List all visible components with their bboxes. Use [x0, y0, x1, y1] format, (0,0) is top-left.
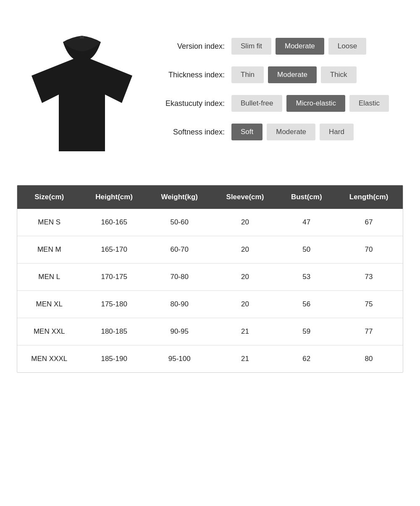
table-row-5: MEN XXXL185-19095-100216280: [17, 345, 403, 373]
table-header-0: Size(cm): [17, 185, 81, 209]
table-cell-0-1: 160-165: [81, 209, 147, 236]
index-options-0: Slim fitModerateLoose: [231, 38, 366, 55]
table-cell-4-4: 59: [278, 318, 335, 345]
table-cell-3-5: 75: [335, 291, 403, 318]
svg-rect-0: [80, 36, 84, 39]
option-badge-2-1[interactable]: Micro-elastic: [286, 95, 345, 112]
table-cell-3-4: 56: [278, 291, 335, 318]
table-row-2: MEN L170-17570-80205373: [17, 264, 403, 291]
table-cell-5-5: 80: [335, 345, 403, 373]
table-body: MEN S160-16550-60204767MEN M165-17060-70…: [17, 209, 403, 372]
option-badge-1-1[interactable]: Moderate: [268, 66, 317, 83]
option-badge-3-2[interactable]: Hard: [320, 124, 354, 140]
option-badge-1-2[interactable]: Thick: [321, 66, 357, 83]
table-cell-5-0: MEN XXXL: [17, 345, 81, 373]
table-header: Size(cm)Height(cm)Weight(kg)Sleeve(cm)Bu…: [17, 185, 403, 209]
table-cell-2-4: 53: [278, 264, 335, 291]
option-badge-2-2[interactable]: Elastic: [349, 95, 389, 112]
table-header-3: Sleeve(cm): [212, 185, 278, 209]
table-cell-1-2: 60-70: [147, 236, 212, 264]
table-cell-1-0: MEN M: [17, 236, 81, 264]
table-cell-0-0: MEN S: [17, 209, 81, 236]
table-row-4: MEN XXL180-18590-95215977: [17, 318, 403, 345]
table-header-1: Height(cm): [81, 185, 147, 209]
index-label-0: Version index:: [160, 42, 225, 51]
table-cell-2-0: MEN L: [17, 264, 81, 291]
table-cell-2-5: 73: [335, 264, 403, 291]
option-badge-2-0[interactable]: Bullet-free: [231, 95, 282, 112]
table-header-2: Weight(kg): [147, 185, 212, 209]
table-cell-4-5: 77: [335, 318, 403, 345]
table-row-3: MEN XL175-18080-90205675: [17, 291, 403, 318]
table-cell-1-1: 165-170: [81, 236, 147, 264]
table-cell-4-0: MEN XXL: [17, 318, 81, 345]
table-cell-2-2: 70-80: [147, 264, 212, 291]
table-cell-4-3: 21: [212, 318, 278, 345]
table-cell-5-2: 95-100: [147, 345, 212, 373]
table-cell-5-4: 62: [278, 345, 335, 373]
table-cell-0-3: 20: [212, 209, 278, 236]
index-label-1: Thickness index:: [160, 71, 225, 79]
option-badge-1-0[interactable]: Thin: [231, 66, 264, 83]
size-table: Size(cm)Height(cm)Weight(kg)Sleeve(cm)Bu…: [17, 185, 403, 372]
index-row-0: Version index:Slim fitModerateLoose: [160, 38, 403, 55]
table-cell-1-3: 20: [212, 236, 278, 264]
table-cell-3-1: 175-180: [81, 291, 147, 318]
table-cell-3-3: 20: [212, 291, 278, 318]
table-cell-3-2: 80-90: [147, 291, 212, 318]
tshirt-image: [17, 29, 147, 164]
table-header-5: Length(cm): [335, 185, 403, 209]
option-badge-3-1[interactable]: Moderate: [267, 124, 315, 140]
option-badge-0-2[interactable]: Loose: [328, 38, 366, 55]
index-row-1: Thickness index:ThinModerateThick: [160, 66, 403, 83]
table-cell-2-1: 170-175: [81, 264, 147, 291]
size-table-wrapper: Size(cm)Height(cm)Weight(kg)Sleeve(cm)Bu…: [17, 185, 403, 373]
table-cell-5-1: 185-190: [81, 345, 147, 373]
table-cell-1-4: 50: [278, 236, 335, 264]
table-cell-0-5: 67: [335, 209, 403, 236]
table-cell-0-2: 50-60: [147, 209, 212, 236]
index-options-1: ThinModerateThick: [231, 66, 357, 83]
option-badge-0-1[interactable]: Moderate: [276, 38, 324, 55]
table-row-1: MEN M165-17060-70205070: [17, 236, 403, 264]
table-cell-5-3: 21: [212, 345, 278, 373]
top-section: Version index:Slim fitModerateLooseThick…: [17, 29, 403, 164]
index-row-2: Ekastucuty index:Bullet-freeMicro-elasti…: [160, 95, 403, 112]
table-header-4: Bust(cm): [278, 185, 335, 209]
option-badge-3-0[interactable]: Soft: [231, 124, 262, 140]
option-badge-0-0[interactable]: Slim fit: [231, 38, 271, 55]
table-cell-4-2: 90-95: [147, 318, 212, 345]
index-options-3: SoftModerateHard: [231, 124, 354, 140]
index-options-2: Bullet-freeMicro-elasticElastic: [231, 95, 389, 112]
index-row-3: Softness index:SoftModerateHard: [160, 124, 403, 140]
table-cell-0-4: 47: [278, 209, 335, 236]
table-cell-2-3: 20: [212, 264, 278, 291]
table-cell-4-1: 180-185: [81, 318, 147, 345]
indices-section: Version index:Slim fitModerateLooseThick…: [160, 29, 403, 140]
index-label-3: Softness index:: [160, 128, 225, 137]
index-label-2: Ekastucuty index:: [160, 99, 225, 108]
table-cell-1-5: 70: [335, 236, 403, 264]
table-row-0: MEN S160-16550-60204767: [17, 209, 403, 236]
table-cell-3-0: MEN XL: [17, 291, 81, 318]
